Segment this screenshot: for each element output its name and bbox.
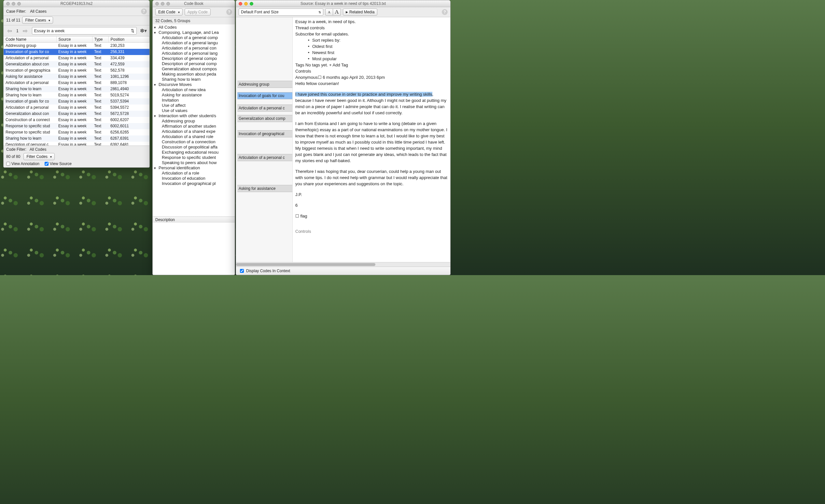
essay-text[interactable]: Essay in a week, in need of tips. Thread… xyxy=(293,17,450,262)
view-annotation-check[interactable]: View Annotation xyxy=(6,161,40,166)
related-media-button[interactable]: Related Media xyxy=(343,8,377,16)
tree-item[interactable]: Construction of a connection xyxy=(153,139,235,144)
close-icon[interactable] xyxy=(155,2,159,6)
tree-item[interactable]: Addressing group xyxy=(153,118,235,123)
help-icon[interactable]: ? xyxy=(226,9,232,15)
titlebar[interactable]: RCGEP41913.hs2 xyxy=(4,0,149,7)
filter-cases-button[interactable]: Filter Cases xyxy=(22,17,53,24)
table-row[interactable]: Addressing groupEssay in a weekText230,2… xyxy=(4,43,149,49)
edit-code-button[interactable]: Edit Code xyxy=(155,8,183,16)
tree-item[interactable]: Speaking to peers about how xyxy=(153,160,235,165)
tree-item[interactable]: Use of values xyxy=(153,108,235,113)
close-icon[interactable] xyxy=(6,2,10,6)
view-source-checkbox[interactable] xyxy=(45,162,49,166)
code-filter-value[interactable]: All Codes xyxy=(29,147,46,152)
table-row[interactable]: Generalization about conEssay in a weekT… xyxy=(4,111,149,117)
table-row[interactable]: Response to specific studEssay in a week… xyxy=(4,123,149,129)
col-position[interactable]: Position xyxy=(108,37,149,43)
help-icon[interactable]: ? xyxy=(442,9,448,15)
table-row[interactable]: Construction of a connectEssay in a week… xyxy=(4,117,149,123)
margin-code-tag[interactable]: Addressing group xyxy=(237,81,292,88)
table-row[interactable]: Asking for assistanceEssay in a weekText… xyxy=(4,74,149,80)
minimize-icon[interactable] xyxy=(12,2,15,6)
table-row[interactable]: Invocation of goals for coEssay in a wee… xyxy=(4,98,149,104)
margin-code-tag[interactable]: Invocation of geographical xyxy=(237,130,292,137)
tree-item[interactable]: Articulation of new idea xyxy=(153,87,235,92)
col-source[interactable]: Source xyxy=(56,37,92,43)
tree-item[interactable]: Articulation of a general langu xyxy=(153,40,235,45)
tree-item[interactable]: Invocation of education xyxy=(153,175,235,181)
titlebar[interactable]: Source: Essay in a week in need of tips … xyxy=(236,0,450,7)
maximize-icon[interactable] xyxy=(17,2,21,6)
tree-item[interactable]: Response to specific student xyxy=(153,155,235,160)
table-row[interactable]: Description of personal cEssay in a week… xyxy=(4,142,149,146)
table-row[interactable]: Sharing how to learnEssay in a weekText5… xyxy=(4,92,149,98)
source-select-value: Essay in a week xyxy=(34,28,65,33)
case-filter-value[interactable]: All Cases xyxy=(30,9,47,14)
minimize-icon[interactable] xyxy=(244,2,248,6)
apply-code-button[interactable]: Apply Code xyxy=(184,8,211,16)
display-codes-checkbox[interactable] xyxy=(240,269,244,273)
tree-group[interactable]: Composing, Language, and Lea xyxy=(153,29,235,35)
table-row[interactable]: Articulation of a personalEssay in a wee… xyxy=(4,104,149,111)
table-row[interactable]: Response to specific studEssay in a week… xyxy=(4,129,149,135)
tree-item[interactable]: Use of affect xyxy=(153,102,235,108)
minimize-icon[interactable] xyxy=(161,2,164,6)
tree-item[interactable]: Description of general compo xyxy=(153,56,235,61)
tree-item[interactable]: Sharing how to learn xyxy=(153,76,235,82)
tree-item[interactable]: Exchanging educational resou xyxy=(153,149,235,155)
maximize-icon[interactable] xyxy=(166,2,170,6)
code-tree[interactable]: All CodesComposing, Language, and LeaArt… xyxy=(153,24,235,217)
font-larger-button[interactable]: A xyxy=(333,8,341,16)
tree-group[interactable]: Discursive Moves xyxy=(153,82,235,87)
tree-group[interactable]: All Codes xyxy=(153,24,235,29)
table-row[interactable]: Invocation of geographicaEssay in a week… xyxy=(4,67,149,74)
margin-code-tag[interactable]: Invocation of goals for cou xyxy=(237,92,292,99)
code-margin[interactable]: Addressing groupInvocation of goals for … xyxy=(236,17,293,262)
col-code-name[interactable]: Code Name xyxy=(4,37,56,43)
tree-item[interactable]: Articulation of a general comp xyxy=(153,35,235,40)
titlebar[interactable]: Code Book xyxy=(153,0,235,7)
table-row[interactable]: Sharing how to learnEssay in a weekText2… xyxy=(4,86,149,92)
tree-item[interactable]: Invocation of geographical pl xyxy=(153,181,235,186)
table-row[interactable]: Invocation of goals for coEssay in a wee… xyxy=(4,49,149,55)
prev-icon[interactable]: ⇦ xyxy=(6,27,13,34)
close-icon[interactable] xyxy=(239,2,242,6)
margin-code-tag[interactable]: Articulation of a personal c xyxy=(237,154,292,161)
tree-group[interactable]: Personal identification xyxy=(153,165,235,170)
source-select[interactable]: Essay in a week⇅ xyxy=(32,27,137,34)
tree-item[interactable]: Generalization about compos xyxy=(153,66,235,71)
tree-item[interactable]: Affirmation of another studen xyxy=(153,123,235,129)
tree-item[interactable]: Articulation of a personal lang xyxy=(153,51,235,56)
tree-item[interactable]: Asking for assistance xyxy=(153,92,235,97)
font-smaller-button[interactable]: A xyxy=(325,8,333,16)
view-annotation-checkbox[interactable] xyxy=(6,162,10,166)
maximize-icon[interactable] xyxy=(250,2,253,6)
tree-item[interactable]: Articulation of a personal con xyxy=(153,45,235,51)
margin-code-tag[interactable]: Asking for assistance xyxy=(237,185,292,192)
filter-codes-button[interactable]: Filter Codes xyxy=(23,153,55,160)
description-area[interactable] xyxy=(153,223,235,275)
horizontal-scrollbar[interactable] xyxy=(236,262,450,267)
help-icon[interactable]: ? xyxy=(141,8,147,14)
next-icon[interactable]: ⇨ xyxy=(22,27,29,34)
tree-item[interactable]: Making assertion about peda xyxy=(153,71,235,76)
table-row[interactable]: Articulation of a personalEssay in a wee… xyxy=(4,80,149,86)
tree-item[interactable]: Articulation of a role xyxy=(153,170,235,175)
code-table[interactable]: Code Name Source Type Position Addressin… xyxy=(4,37,149,146)
tree-group[interactable]: Interaction with other student/s xyxy=(153,113,235,118)
tree-item[interactable]: Invitation xyxy=(153,97,235,102)
font-select[interactable]: Default Font and Size xyxy=(239,8,323,16)
table-row[interactable]: Sharing how to learnEssay in a weekText6… xyxy=(4,135,149,142)
gear-icon[interactable]: ✽▾ xyxy=(140,28,147,34)
table-row[interactable]: Generalization about conEssay in a weekT… xyxy=(4,61,149,67)
col-type[interactable]: Type xyxy=(92,37,108,43)
view-source-check[interactable]: View Source xyxy=(45,161,72,166)
margin-code-tag[interactable]: Generalization about comp xyxy=(237,115,292,122)
table-row[interactable]: Articulation of a personalEssay in a wee… xyxy=(4,55,149,61)
tree-item[interactable]: Description of personal comp xyxy=(153,61,235,66)
tree-item[interactable]: Discussion of geopolitical affa xyxy=(153,144,235,149)
tree-item[interactable]: Articulation of a shared role xyxy=(153,134,235,139)
tree-item[interactable]: Articulation of a shared expe xyxy=(153,129,235,134)
margin-code-tag[interactable]: Articulation of a personal c xyxy=(237,104,292,112)
